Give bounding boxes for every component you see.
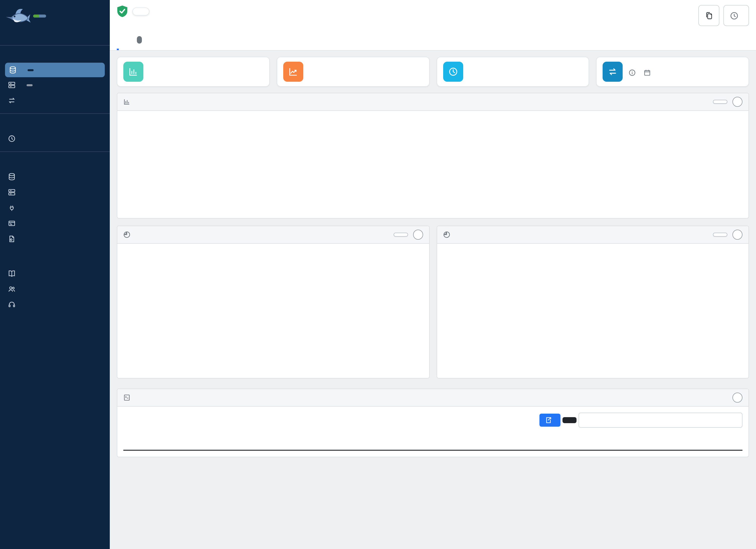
clear-button[interactable] (562, 417, 577, 423)
copy-link-button[interactable] (698, 5, 719, 26)
brand-marlin (39, 15, 46, 18)
kpi-average-time (436, 57, 589, 87)
brand-logo (0, 0, 110, 30)
top-statements-panel (117, 226, 429, 379)
calendar-icon (644, 69, 651, 76)
column-header-statement[interactable] (182, 440, 500, 444)
top-statements-donut[interactable] (117, 244, 429, 378)
clock-icon (443, 62, 463, 82)
divider (0, 45, 110, 46)
time-spent-chart[interactable] (119, 112, 746, 218)
top-waits-chart-area (437, 244, 748, 378)
time-spent-panel (117, 93, 749, 219)
instance-selector[interactable] (132, 7, 149, 15)
sidebar-section-settings (0, 164, 110, 247)
top-bar (110, 0, 756, 51)
donut-row (117, 226, 749, 379)
main-content (110, 0, 756, 549)
sidebar-item-event-types[interactable] (0, 216, 110, 231)
export-icon (545, 417, 552, 424)
top-waits-panel (436, 226, 749, 379)
sidebar-item-integrations[interactable] (0, 200, 110, 216)
time-spent-chart-area (117, 111, 748, 218)
statements-table (123, 435, 742, 451)
server-icon (8, 81, 16, 89)
kpi-db-time (117, 57, 270, 87)
sidebar-item-hosts[interactable] (0, 77, 110, 93)
brand-wordmark (33, 15, 46, 18)
database-icon (8, 173, 16, 180)
sidebar (0, 0, 110, 549)
time-spent-header (117, 93, 748, 111)
clock-icon (8, 135, 16, 142)
activity-chart-selector[interactable] (713, 100, 727, 104)
copy-icon (705, 11, 713, 20)
tab-host-metrics[interactable] (134, 35, 143, 50)
hide-menu-button[interactable] (0, 30, 110, 45)
clock-icon (730, 11, 738, 20)
line-chart-icon (283, 62, 303, 82)
kpi-cards (117, 57, 749, 87)
column-header-weight[interactable] (687, 437, 742, 448)
column-header-wait-time[interactable] (603, 437, 687, 448)
app (0, 0, 756, 549)
collapse-panel-button[interactable] (413, 230, 423, 240)
sidebar-item-licences[interactable] (0, 231, 110, 247)
top-waits-donut[interactable] (437, 244, 748, 378)
sidebar-item-database-instances-settings[interactable] (0, 169, 110, 185)
info-icon (629, 69, 636, 76)
statements-chart-selector[interactable] (393, 233, 408, 237)
health-shield-icon (117, 5, 128, 18)
swap-arrows-icon (603, 62, 623, 82)
pie-chart-icon (123, 231, 130, 238)
brand-db (33, 15, 39, 18)
bar-chart-icon (123, 98, 130, 105)
sidebar-section-help (0, 261, 110, 312)
count-badge (27, 84, 33, 86)
export-button[interactable] (539, 414, 560, 427)
sidebar-item-time-comparison[interactable] (0, 131, 110, 146)
kpi-changes (596, 57, 749, 87)
book-icon (8, 270, 16, 277)
bar-chart-icon (123, 62, 143, 82)
pie-chart-icon (443, 231, 450, 238)
page-tabs (117, 35, 749, 50)
sidebar-section-reports (0, 126, 110, 146)
headset-icon (8, 301, 16, 308)
statements-toolbar (123, 413, 742, 428)
licence-icon (8, 235, 16, 243)
column-header-total-time[interactable] (500, 440, 603, 444)
sidebar-item-support[interactable] (0, 297, 110, 312)
swap-arrows-icon (8, 97, 16, 104)
sidebar-item-database-instances[interactable] (5, 63, 105, 77)
divider (0, 113, 110, 114)
statement-list-icon (123, 394, 130, 401)
waits-chart-selector[interactable] (713, 233, 727, 237)
collapse-panel-button[interactable] (732, 230, 742, 240)
tab-database-activity[interactable] (117, 35, 119, 50)
collapse-panel-button[interactable] (732, 393, 742, 403)
sidebar-section-analysis (0, 58, 110, 108)
count-badge (137, 36, 142, 44)
table-header-row (123, 435, 742, 451)
sidebar-item-hosts-settings[interactable] (0, 185, 110, 200)
tab-database-statistics[interactable] (158, 35, 160, 50)
collapse-panel-button[interactable] (732, 97, 742, 107)
database-icon (9, 66, 17, 74)
server-icon (8, 189, 16, 196)
top-statements-chart-area (117, 244, 429, 378)
column-header-id[interactable] (123, 437, 182, 448)
sidebar-item-community[interactable] (0, 281, 110, 297)
marlin-fish-icon (5, 5, 31, 27)
people-icon (8, 285, 16, 293)
statements-panel (117, 389, 749, 457)
time-range-button[interactable] (723, 5, 749, 26)
sidebar-item-change-history[interactable] (0, 93, 110, 108)
event-types-icon (8, 220, 16, 227)
kpi-executions (277, 57, 430, 87)
sidebar-item-documentation[interactable] (0, 266, 110, 281)
plug-icon (8, 204, 16, 212)
search-input[interactable] (579, 413, 742, 428)
count-badge (28, 69, 34, 71)
divider (0, 151, 110, 152)
